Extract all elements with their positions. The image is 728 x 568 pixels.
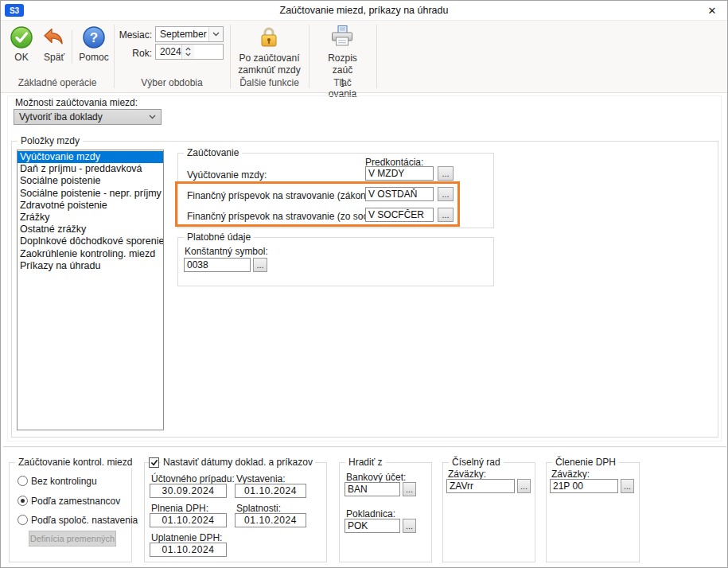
ribbon-group-label-basic-operations: Základné operácie — [1, 77, 114, 88]
ribbon-toolbar: OK Späť ? Pomoc Základné operácie — [1, 21, 727, 93]
list-item[interactable]: Príkazy na úhradu — [18, 260, 163, 272]
series-liabilities-browse-button[interactable]: ... — [517, 479, 531, 493]
list-item[interactable]: Sociálne poistenie — [18, 175, 163, 187]
number-series-group-title: Číselný rad — [449, 457, 504, 468]
lock-icon — [259, 25, 279, 49]
radio-by-company-settings-label: Podľa spoloč. nastavenia — [31, 515, 138, 526]
set-dates-checkbox[interactable] — [149, 457, 159, 468]
payment-data-group-title: Platobné údaje — [184, 231, 254, 243]
month-label: Mesiac: — [117, 29, 152, 41]
help-button[interactable]: ? Pomoc — [76, 25, 112, 63]
radio-by-employees[interactable] — [18, 496, 28, 506]
meal-contribution-socialfund-input[interactable] — [365, 208, 434, 222]
number-series-groupbox: Číselný rad Záväzky: ... — [442, 462, 535, 562]
radio-selected-dot — [21, 499, 25, 503]
vat-classification-group-title: Členenie DPH — [552, 457, 619, 468]
close-button[interactable]: ✕ — [703, 3, 722, 18]
issue-date-input[interactable] — [235, 484, 306, 498]
due-date-input[interactable] — [235, 513, 306, 527]
spinner-down-icon[interactable] — [185, 53, 191, 56]
constant-symbol-browse-button[interactable]: ... — [253, 258, 267, 272]
vat-classification-groupbox: Členenie DPH Záväzky: ... — [546, 462, 640, 562]
checkmark-icon — [150, 459, 158, 466]
ribbon-group-label-period: Výber obdobia — [114, 77, 230, 88]
radio-no-controlling-label: Bez kontrolingu — [31, 476, 97, 487]
back-button[interactable]: Späť — [38, 25, 70, 63]
meal-contribution-statutory-browse-button[interactable]: ... — [438, 187, 454, 201]
back-button-label: Späť — [44, 52, 64, 63]
bank-account-browse-button[interactable]: ... — [403, 482, 416, 496]
payment-data-groupbox: Platobné údaje Konštantný symbol: ... — [177, 237, 494, 286]
list-item[interactable]: Ostatné zrážky — [18, 224, 163, 235]
ellipsis-icon: ... — [442, 190, 449, 198]
radio-no-controlling[interactable] — [18, 476, 28, 486]
ellipsis-icon: ... — [624, 482, 631, 490]
year-spinner[interactable]: 2024 — [155, 44, 224, 60]
print-breakdown-button[interactable]: Rozpis zaúčtovania — [309, 24, 376, 76]
controlling-group-title: Zaúčtovanie kontrol. miezd — [15, 457, 135, 468]
constant-symbol-label: Konštantný symbol: — [185, 246, 268, 257]
vat-liabilities-input[interactable] — [550, 479, 618, 493]
wage-settlement-input[interactable] — [365, 166, 434, 181]
ribbon-group-label-print: Tlač — [309, 77, 376, 88]
spinner-up-icon[interactable] — [185, 47, 191, 51]
horizontal-divider — [3, 446, 726, 448]
payroll-items-group-title: Položky mzdy — [18, 135, 83, 146]
radio-by-employees-label: Podľa zamestnancov — [31, 496, 120, 507]
wage-settlement-browse-button[interactable]: ... — [438, 166, 454, 181]
vat-liabilities-browse-button[interactable]: ... — [621, 479, 634, 493]
ellipsis-icon: ... — [442, 169, 449, 177]
print-button-label-line1: Rozpis — [309, 53, 376, 64]
chevron-down-icon — [212, 32, 220, 37]
list-item[interactable]: Zaokrúhlenie kontroling. miezd — [18, 248, 163, 260]
list-item[interactable]: Sociálne poistenie - nepr. príjmy — [18, 188, 163, 200]
lock-button-label-line1: Po zaúčtovaní — [231, 53, 308, 64]
lock-wages-button[interactable]: Po zaúčtovaní zamknúť mzdy — [231, 24, 308, 76]
series-liabilities-input[interactable] — [446, 479, 515, 493]
vat-liabilities-label: Záväzky: — [551, 469, 590, 480]
bank-account-input[interactable] — [345, 482, 400, 496]
bank-account-label: Bankový účet: — [346, 472, 406, 483]
month-select[interactable]: September — [155, 26, 224, 42]
list-item[interactable]: Vyúčtovanie mzdy — [18, 151, 163, 163]
list-item[interactable]: Zrážky — [18, 212, 163, 224]
issue-date-label: Vystavenia: — [236, 473, 286, 484]
ok-button[interactable]: OK — [6, 25, 37, 63]
lock-button-label-line2: zamknúť mzdy — [231, 64, 308, 76]
posting-options-value: Vytvoriť iba doklady — [19, 111, 149, 123]
series-liabilities-label: Záväzky: — [448, 469, 486, 480]
posting-options-select[interactable]: Vytvoriť iba doklady — [14, 109, 162, 125]
year-spinner-value: 2024 — [160, 46, 181, 57]
wage-settlement-label: Vyúčtovanie mzdy: — [187, 169, 267, 181]
help-button-label: Pomoc — [79, 52, 108, 63]
back-arrow-icon — [42, 25, 66, 49]
constant-symbol-input[interactable] — [184, 258, 251, 272]
accounting-case-date-label: Účtovného prípadu: — [151, 473, 235, 484]
title-bar: S3 Zaúčtovanie miezd, príkazy na úhradu … — [1, 1, 727, 21]
month-dropdown-button[interactable] — [208, 27, 223, 41]
list-item[interactable]: Doplnkové dôchodkové sporenie — [18, 235, 163, 247]
ribbon-group-label-more-functions: Ďalšie funkcie — [230, 77, 309, 88]
radio-by-company-settings[interactable] — [18, 515, 28, 525]
ellipsis-icon: ... — [520, 482, 528, 490]
vat-performance-date-input[interactable] — [150, 513, 227, 527]
posting-group-title: Zaúčtovanie — [184, 147, 242, 158]
vat-application-date-input[interactable] — [150, 543, 227, 557]
meal-contribution-statutory-input[interactable] — [365, 187, 434, 201]
list-item[interactable]: Zdravotné poistenie — [18, 200, 163, 212]
vat-application-date-label: Uplatnenie DPH: — [151, 532, 222, 543]
dialog-window: S3 Zaúčtovanie miezd, príkazy na úhradu … — [0, 0, 728, 568]
ok-check-icon — [10, 25, 33, 49]
accounting-case-date-input[interactable] — [150, 484, 227, 498]
cash-register-input[interactable] — [345, 519, 400, 533]
cash-register-browse-button[interactable]: ... — [403, 519, 416, 533]
variable-definition-button-disabled: Definícia premenných — [29, 531, 116, 547]
meal-contribution-socialfund-browse-button[interactable]: ... — [438, 208, 454, 222]
window-title: Zaúčtovanie miezd, príkazy na úhradu — [1, 5, 727, 16]
ok-button-label: OK — [14, 52, 28, 63]
chevron-down-icon — [149, 115, 156, 119]
help-question-icon: ? — [82, 25, 106, 49]
controlling-groupbox: Zaúčtovanie kontrol. miezd Bez kontrolin… — [9, 462, 132, 562]
list-item[interactable]: Daň z príjmu - preddavková — [18, 163, 163, 175]
toolbar-separator — [72, 30, 72, 64]
